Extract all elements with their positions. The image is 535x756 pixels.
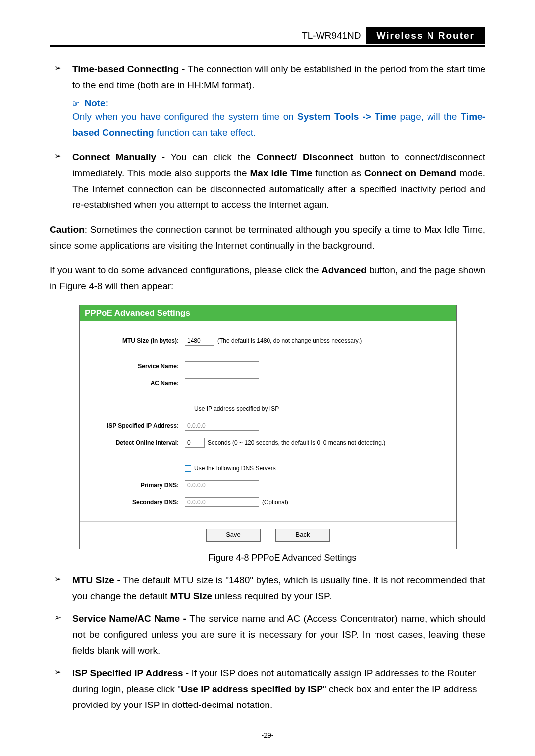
- bullet-icon: ➢: [54, 665, 72, 713]
- t: System Tools -> Time: [297, 111, 396, 122]
- lead: Time-based Connecting -: [72, 64, 185, 74]
- t: You can click the: [165, 152, 257, 162]
- service-name-input[interactable]: [185, 361, 259, 371]
- bullet-mtu-size: MTU Size - The default MTU size is "1480…: [72, 572, 485, 604]
- mtu-hint: (The default is 1480, do not change unle…: [217, 337, 362, 344]
- t: Service Name/AC Name -: [72, 613, 186, 624]
- detect-interval-input[interactable]: [185, 438, 205, 448]
- t: Advanced: [321, 265, 367, 275]
- ac-name-input[interactable]: [185, 378, 259, 388]
- t: If you want to do some advanced configur…: [50, 265, 321, 275]
- isp-ip-label: ISP Specified IP Address:: [80, 422, 184, 429]
- t: MTU Size -: [72, 575, 120, 585]
- t: function can take effect.: [154, 127, 256, 138]
- t: Use IP address specified by ISP: [181, 684, 323, 694]
- secondary-dns-input: [185, 497, 259, 507]
- primary-dns-input: [185, 480, 259, 490]
- bullet-connect-manually: Connect Manually - You can click the Con…: [72, 150, 485, 213]
- bullet-isp-ip: ISP Specified IP Address - If your ISP d…: [72, 665, 485, 713]
- secondary-dns-label: Secondary DNS:: [80, 499, 184, 505]
- primary-dns-label: Primary DNS:: [80, 482, 184, 489]
- figure-caption: Figure 4-8 PPPoE Advanced Settings: [79, 553, 485, 563]
- use-isp-ip-checkbox[interactable]: [185, 406, 191, 412]
- t: Max Idle Time: [250, 168, 313, 178]
- bullet-icon: ➢: [54, 150, 72, 213]
- mtu-label: MTU Size (in bytes):: [80, 337, 184, 344]
- panel-title: PPPoE Advanced Settings: [80, 305, 456, 321]
- t: page, will the: [396, 111, 460, 122]
- t: Connect on Demand: [364, 168, 456, 178]
- t: Only when you have configured the system…: [72, 111, 297, 122]
- advanced-intro: If you want to do some advanced configur…: [50, 262, 485, 294]
- t: unless required by your ISP.: [212, 591, 332, 601]
- document-page: TL-WR941ND Wireless N Router ➢ Time-base…: [0, 0, 535, 756]
- t: : Sometimes the connection cannot be ter…: [50, 224, 485, 251]
- t: ISP Specified IP Address -: [72, 668, 189, 678]
- optional-label: (Optional): [262, 499, 288, 505]
- bullet-service-ac-name: Service Name/AC Name - The service name …: [72, 611, 485, 658]
- header-model: TL-WR941ND: [297, 28, 366, 43]
- t: Connect Manually -: [72, 152, 165, 162]
- mtu-input[interactable]: [185, 336, 214, 346]
- page-number: -29-: [0, 731, 535, 739]
- t: function as: [312, 168, 364, 178]
- t: MTU Size: [170, 591, 212, 601]
- ac-name-label: AC Name:: [80, 380, 184, 387]
- note-body: Only when you have configured the system…: [72, 109, 485, 141]
- bullet-icon: ➢: [54, 611, 72, 658]
- bullet-icon: ➢: [54, 572, 72, 604]
- use-dns-label: Use the following DNS Servers: [194, 465, 276, 472]
- isp-ip-input: [185, 421, 259, 431]
- page-header: TL-WR941ND Wireless N Router: [50, 27, 485, 47]
- note-label: Note:: [84, 98, 108, 108]
- use-isp-ip-label: Use IP address specified by ISP: [194, 405, 279, 412]
- bullet-time-based: Time-based Connecting - The connection w…: [72, 61, 485, 93]
- back-button[interactable]: Back: [275, 529, 330, 542]
- detect-interval-label: Detect Online Interval:: [80, 439, 184, 446]
- header-product: Wireless N Router: [366, 27, 486, 44]
- use-dns-checkbox[interactable]: [185, 465, 191, 472]
- note-heading: ☞ Note:: [72, 98, 485, 109]
- figure-pppoe-advanced: PPPoE Advanced Settings MTU Size (in byt…: [79, 305, 485, 563]
- service-name-label: Service Name:: [80, 363, 184, 370]
- caution-paragraph: Caution: Sometimes the connection cannot…: [50, 222, 485, 253]
- save-button[interactable]: Save: [206, 529, 261, 542]
- t: Caution: [50, 224, 85, 235]
- hand-right-icon: ☞: [72, 100, 79, 108]
- bullet-icon: ➢: [54, 61, 72, 93]
- detect-interval-hint: Seconds (0 ~ 120 seconds, the default is…: [208, 439, 385, 446]
- t: Connect/ Disconnect: [257, 152, 353, 162]
